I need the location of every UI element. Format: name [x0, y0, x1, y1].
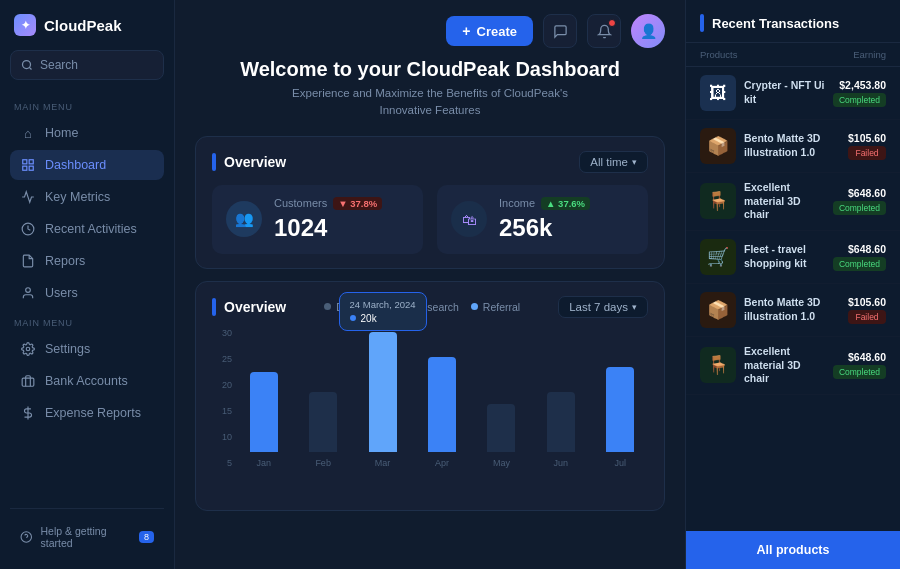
sidebar-item-key-metrics[interactable]: Key Metrics: [10, 182, 164, 212]
tx-name: Bento Matte 3D illustration 1.0: [744, 132, 840, 159]
tx-name: Bento Matte 3D illustration 1.0: [744, 296, 840, 323]
help-item[interactable]: Help & getting started 8: [10, 519, 164, 555]
sidebar-item-settings[interactable]: Settings: [10, 334, 164, 364]
sidebar-item-repors[interactable]: Repors: [10, 246, 164, 276]
bar-mar-fill: [369, 332, 397, 452]
chart-bar-accent: [212, 298, 216, 316]
bar-jan: Jan: [236, 372, 291, 468]
tx-info: Bento Matte 3D illustration 1.0: [744, 132, 840, 159]
bar-feb-fill: [309, 392, 337, 452]
svg-line-1: [29, 67, 31, 69]
overview-title-row: Overview: [212, 153, 286, 171]
overview-title: Overview: [224, 154, 286, 170]
notifications-button[interactable]: [587, 14, 621, 48]
y-label-30: 30: [212, 328, 232, 338]
tx-info: Fleet - travel shopping kit: [744, 243, 825, 270]
transaction-item: 🖼 Crypter - NFT Ui kit $2,453.80 Complet…: [686, 67, 900, 120]
welcome-sub-1: Experience and Maximize the Benefits of …: [292, 87, 568, 99]
rp-title: Recent Transactions: [712, 16, 839, 31]
tx-info: Bento Matte 3D illustration 1.0: [744, 296, 840, 323]
tx-info: Excellent material 3D chair: [744, 345, 825, 386]
bar-jun-fill: [547, 392, 575, 452]
bar-jan-fill: [250, 372, 278, 452]
chart-time-select[interactable]: Last 7 days ▾: [558, 296, 648, 318]
svg-point-0: [23, 61, 31, 69]
tx-name: Fleet - travel shopping kit: [744, 243, 825, 270]
tooltip-dot: [350, 315, 356, 321]
svg-point-7: [26, 288, 31, 293]
sidebar-item-home[interactable]: ⌂ Home: [10, 118, 164, 148]
tooltip-value-row: 20k: [350, 313, 416, 324]
message-icon: [553, 24, 568, 39]
overview-header: Overview All time ▾: [212, 151, 648, 173]
sidebar-label-key-metrics: Key Metrics: [45, 190, 110, 204]
tx-amount: $648.60: [833, 351, 886, 363]
svg-rect-2: [23, 160, 27, 164]
dashboard-icon: [20, 157, 36, 173]
metrics-row: 👥 Customers ▼ 37.8% 1024 🛍: [212, 185, 648, 254]
income-badge: ▲ 37.6%: [541, 197, 590, 210]
chart-header: Overview Direct Organic search Referral: [212, 296, 648, 318]
customers-icon: 👥: [235, 210, 254, 228]
transaction-item: 🪑 Excellent material 3D chair $648.60 Co…: [686, 173, 900, 231]
tx-thumb: 🪑: [700, 183, 736, 219]
all-products-button[interactable]: All products: [686, 531, 900, 569]
messages-button[interactable]: [543, 14, 577, 48]
col-earning: Earning: [853, 49, 886, 60]
metric-card-customers: 👥 Customers ▼ 37.8% 1024: [212, 185, 423, 254]
tx-right: $105.60 Failed: [848, 132, 886, 160]
sidebar-item-dashboard[interactable]: Dashboard: [10, 150, 164, 180]
avatar[interactable]: 👤: [631, 14, 665, 48]
col-products: Products: [700, 49, 738, 60]
svg-rect-9: [22, 378, 34, 386]
legend-dot-referral: [471, 303, 478, 310]
customers-value: 1024: [274, 214, 409, 242]
sidebar-item-expense-reports[interactable]: Expense Reports: [10, 398, 164, 428]
sidebar-item-recent-activities[interactable]: Recent Activities: [10, 214, 164, 244]
sidebar-label-users: Users: [45, 286, 78, 300]
sidebar-bottom: Help & getting started 8: [10, 508, 164, 555]
legend-dot-direct: [324, 303, 331, 310]
svg-rect-4: [23, 166, 27, 170]
tx-thumb: 📦: [700, 128, 736, 164]
chart-chevron-icon: ▾: [632, 302, 637, 312]
bar-feb-label: Feb: [315, 458, 331, 468]
bar-feb: Feb: [295, 392, 350, 468]
home-icon: ⌂: [20, 125, 36, 141]
overview-card: Overview All time ▾ 👥 Customers: [195, 136, 665, 269]
sidebar-item-users[interactable]: Users: [10, 278, 164, 308]
tooltip-value: 20k: [361, 313, 377, 324]
tx-status: Completed: [833, 201, 886, 215]
app-name: CloudPeak: [44, 17, 122, 34]
tx-amount: $648.60: [833, 187, 886, 199]
tooltip-date: 24 March, 2024: [350, 299, 416, 310]
create-button[interactable]: + Create: [446, 16, 533, 46]
y-label-5: 5: [212, 458, 232, 468]
income-value: 256k: [499, 214, 634, 242]
chart-tooltip: 24 March, 2024 20k: [339, 292, 427, 331]
welcome-title: Welcome to your CloudPeak Dashboard: [195, 58, 665, 81]
tx-right: $648.60 Completed: [833, 187, 886, 215]
tx-amount: $2,453.80: [833, 79, 886, 91]
users-icon: [20, 285, 36, 301]
welcome-sub: Experience and Maximize the Benefits of …: [195, 85, 665, 120]
sidebar-label-home: Home: [45, 126, 78, 140]
sidebar-item-bank-accounts[interactable]: Bank Accounts: [10, 366, 164, 396]
section-1-label: Main Menu: [14, 102, 164, 112]
sidebar: ✦ CloudPeak Search Main Menu ⌂ Home Dash…: [0, 0, 175, 569]
time-select-dropdown[interactable]: All time ▾: [579, 151, 648, 173]
section-2-label: Main Menu: [14, 318, 164, 328]
top-bar: + Create 👤: [175, 0, 685, 58]
tx-right: $648.60 Completed: [833, 351, 886, 379]
chart-bars-area: Jan Feb 24 March, 2024: [236, 328, 648, 468]
notification-dot: [608, 19, 616, 27]
help-label: Help & getting started: [41, 525, 131, 549]
customers-badge-text: ▼ 37.8%: [338, 198, 377, 209]
bar-apr-fill: [428, 357, 456, 452]
y-label-15: 15: [212, 406, 232, 416]
dashboard-content: Welcome to your CloudPeak Dashboard Expe…: [175, 58, 685, 569]
right-panel: Recent Transactions Products Earning 🖼 C…: [685, 0, 900, 569]
sidebar-label-settings: Settings: [45, 342, 90, 356]
svg-point-8: [26, 347, 30, 351]
search-box[interactable]: Search: [10, 50, 164, 80]
